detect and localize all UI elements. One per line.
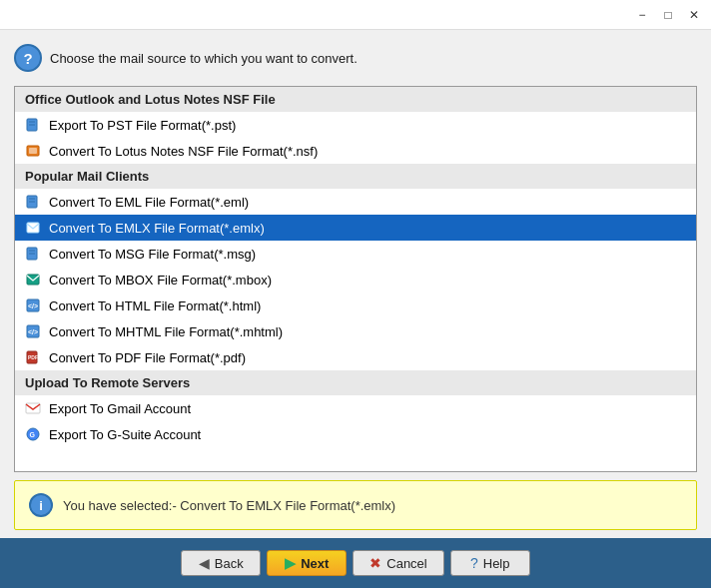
list-item: Office Outlook and Lotus Notes NSF File xyxy=(15,87,696,112)
item-label: Convert To HTML File Format(*.html) xyxy=(49,298,261,313)
svg-rect-8 xyxy=(27,223,39,233)
cancel-button[interactable]: ✖ Cancel xyxy=(353,550,443,576)
item-label: Convert To MBOX File Format(*.mbox) xyxy=(49,273,272,288)
list-item[interactable]: PDFConvert To PDF File Format(*.pdf) xyxy=(15,344,696,370)
next-icon: ▶ xyxy=(285,555,296,571)
header: ? Choose the mail source to which you wa… xyxy=(14,40,697,78)
item-icon xyxy=(23,143,43,159)
item-label: Convert To PDF File Format(*.pdf) xyxy=(49,350,246,365)
list-item[interactable]: </>Convert To HTML File Format(*.html) xyxy=(15,293,696,318)
back-icon: ◀ xyxy=(199,555,210,571)
list-item: Upload To Remote Servers xyxy=(15,370,696,395)
item-label: Convert To EMLX File Format(*.emlx) xyxy=(49,221,265,236)
selection-info-text: You have selected:- Convert To EMLX File… xyxy=(63,498,395,513)
header-info-icon: ? xyxy=(14,44,42,72)
help-button[interactable]: ? Help xyxy=(450,550,530,576)
maximize-button[interactable]: □ xyxy=(655,4,681,26)
item-icon: PDF xyxy=(23,349,43,365)
list-item[interactable]: GExport To G-Suite Account xyxy=(15,421,696,447)
item-label: Convert To Lotus Notes NSF File Format(*… xyxy=(49,144,318,159)
item-label: Export To PST File Format(*.pst) xyxy=(49,118,236,133)
svg-rect-4 xyxy=(29,148,37,154)
back-button[interactable]: ◀ Back xyxy=(181,550,261,576)
selection-info-icon: i xyxy=(29,493,53,517)
svg-text:</>: </> xyxy=(28,302,38,309)
item-label: Convert To EML File Format(*.eml) xyxy=(49,195,249,210)
item-icon xyxy=(23,220,43,236)
item-icon xyxy=(23,272,43,288)
cancel-icon: ✖ xyxy=(369,555,381,571)
list-item[interactable]: Convert To MBOX File Format(*.mbox) xyxy=(15,267,696,293)
back-label: Back xyxy=(215,556,244,571)
main-content: ? Choose the mail source to which you wa… xyxy=(0,30,711,538)
list-item[interactable]: Convert To EMLX File Format(*.emlx) xyxy=(15,215,696,241)
next-label: Next xyxy=(301,556,329,571)
item-label: Export To G-Suite Account xyxy=(49,427,201,442)
close-button[interactable]: ✕ xyxy=(681,4,707,26)
header-text: Choose the mail source to which you want… xyxy=(50,51,357,66)
selection-info-box: i You have selected:- Convert To EMLX Fi… xyxy=(14,480,697,530)
help-label: Help xyxy=(483,556,510,571)
item-icon xyxy=(23,400,43,416)
title-bar: − □ ✕ xyxy=(0,0,711,30)
item-label: Convert To MHTML File Format(*.mhtml) xyxy=(49,324,283,339)
item-icon xyxy=(23,246,43,262)
svg-text:G: G xyxy=(30,431,36,438)
list-item: Popular Mail Clients xyxy=(15,164,696,189)
list-item[interactable]: Export To PST File Format(*.pst) xyxy=(15,112,696,138)
item-icon xyxy=(23,117,43,133)
item-icon: G xyxy=(23,426,43,442)
list-item[interactable]: </>Convert To MHTML File Format(*.mhtml) xyxy=(15,318,696,344)
cancel-label: Cancel xyxy=(386,556,426,571)
item-icon: </> xyxy=(23,323,43,339)
item-icon xyxy=(23,194,43,210)
list-item[interactable]: Convert To Lotus Notes NSF File Format(*… xyxy=(15,138,696,164)
next-button[interactable]: ▶ Next xyxy=(267,550,347,576)
item-label: Export To Gmail Account xyxy=(49,401,191,416)
minimize-button[interactable]: − xyxy=(629,4,655,26)
svg-rect-19 xyxy=(26,403,40,413)
svg-text:PDF: PDF xyxy=(28,354,38,360)
list-item[interactable]: Convert To EML File Format(*.eml) xyxy=(15,189,696,215)
help-icon: ? xyxy=(470,555,478,571)
item-icon: </> xyxy=(23,297,43,313)
list-panel: Office Outlook and Lotus Notes NSF FileE… xyxy=(14,86,697,472)
list-item[interactable]: Export To Gmail Account xyxy=(15,395,696,421)
footer: ◀ Back ▶ Next ✖ Cancel ? Help xyxy=(0,538,711,588)
list-item[interactable]: Convert To MSG File Format(*.msg) xyxy=(15,241,696,267)
svg-rect-12 xyxy=(27,275,39,285)
item-label: Convert To MSG File Format(*.msg) xyxy=(49,247,256,262)
list-scroll[interactable]: Office Outlook and Lotus Notes NSF FileE… xyxy=(15,87,696,471)
svg-text:</>: </> xyxy=(28,328,38,335)
